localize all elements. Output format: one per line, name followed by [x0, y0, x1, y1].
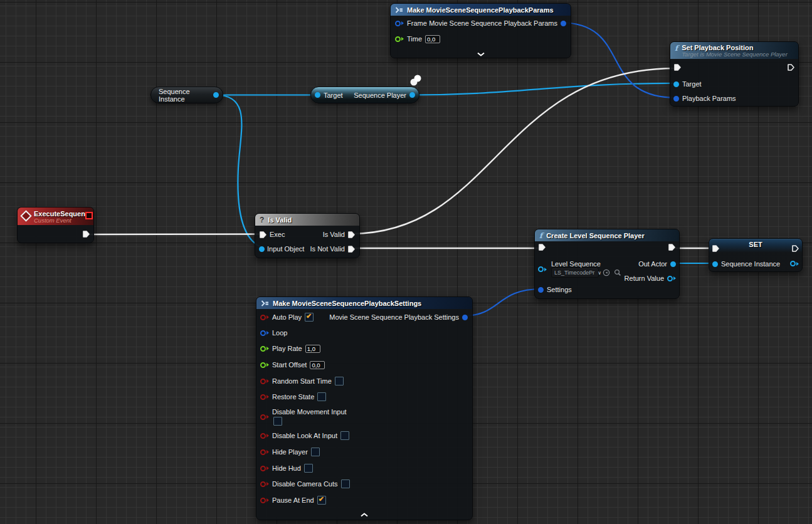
- variable-label: Sequence Instance: [159, 88, 213, 103]
- hide-player-checkbox[interactable]: [311, 448, 320, 456]
- settings-output-pin[interactable]: [462, 315, 468, 320]
- play-rate-input[interactable]: [305, 345, 320, 353]
- disable-movement-input-pin[interactable]: [260, 414, 269, 420]
- exec-in-pin[interactable]: [259, 231, 267, 239]
- pin-row-pause-at-end: Pause At End: [260, 495, 326, 506]
- node-is-valid[interactable]: ? Is Valid Exec Is Valid Input Object Is…: [255, 213, 360, 258]
- exec-in-pin[interactable]: [538, 243, 546, 251]
- out-actor-pin[interactable]: [670, 261, 676, 267]
- node-sequence-instance-get[interactable]: Sequence Instance: [150, 86, 223, 103]
- blueprint-canvas[interactable]: Make MovieSceneSequencePlaybackParams Fr…: [0, 0, 812, 524]
- pin-row-return-value: Return Value: [625, 273, 676, 284]
- disable-look-at-input-pin[interactable]: [260, 433, 269, 439]
- node-subtitle: Target is Movie Scene Sequence Player: [682, 51, 788, 58]
- disable-camera-cuts-checkbox[interactable]: [341, 479, 350, 488]
- input-object-pin[interactable]: [259, 246, 265, 252]
- chevron-down-icon: ∨: [598, 270, 601, 276]
- sequence-instance-in-pin[interactable]: [712, 261, 718, 267]
- disable-camera-cuts-pin[interactable]: [260, 481, 269, 487]
- hide-hud-pin[interactable]: [260, 466, 269, 471]
- pin-row-start-offset: Start Offset: [260, 359, 325, 370]
- is-not-valid-exec-pin[interactable]: [347, 245, 356, 253]
- use-selected-icon[interactable]: [603, 269, 610, 276]
- pin-label: Loop: [272, 329, 287, 337]
- node-make-playback-params[interactable]: Make MovieSceneSequencePlaybackParams Fr…: [390, 3, 571, 58]
- node-header[interactable]: ExecuteSequence Custom Event: [18, 207, 93, 225]
- auto-play-pin[interactable]: [260, 315, 269, 320]
- frame-pin[interactable]: [395, 21, 404, 26]
- playback-params-pin[interactable]: [673, 96, 679, 102]
- start-offset-pin[interactable]: [260, 362, 269, 368]
- node-make-playback-settings[interactable]: Make MovieSceneSequencePlaybackSettings …: [256, 296, 473, 520]
- sequence-instance-out-pin[interactable]: [213, 92, 219, 98]
- node-header[interactable]: Make MovieSceneSequencePlaybackSettings: [256, 297, 472, 309]
- pin-row-settings: Settings: [538, 284, 572, 295]
- pin-row-restore-state: Restore State: [260, 391, 326, 402]
- node-set-playback-position[interactable]: f Set Playback Position Target is Movie …: [670, 41, 799, 107]
- start-offset-input[interactable]: [310, 361, 325, 369]
- exec-out-pin[interactable]: [791, 244, 799, 253]
- node-execute-sequence[interactable]: ExecuteSequence Custom Event: [17, 207, 94, 243]
- delegate-pin[interactable]: [85, 212, 93, 219]
- exec-out-pin[interactable]: [82, 230, 90, 238]
- pin-label: Hide Player: [272, 448, 308, 456]
- pin-row-sequence-instance: Sequence Instance: [712, 258, 780, 270]
- restore-state-checkbox[interactable]: [317, 392, 326, 401]
- random-start-time-checkbox[interactable]: [335, 377, 344, 385]
- node-get-sequence-player[interactable]: Target Sequence Player: [310, 86, 419, 103]
- return-value-pin[interactable]: [667, 276, 676, 281]
- function-icon: f: [539, 233, 542, 239]
- node-header[interactable]: f Set Playback Position Target is Movie …: [670, 42, 798, 59]
- exec-out-pin[interactable]: [787, 63, 795, 71]
- wire-settings-to-create[interactable]: [463, 289, 542, 316]
- params-output-pin[interactable]: [561, 21, 566, 26]
- time-value-input[interactable]: [425, 35, 440, 43]
- restore-state-pin[interactable]: [260, 394, 269, 400]
- variable-out-pin[interactable]: [790, 261, 799, 266]
- sequence-player-out-pin[interactable]: [409, 92, 415, 98]
- node-header[interactable]: Make MovieSceneSequencePlaybackParams: [391, 4, 571, 16]
- pin-label: Play Rate: [272, 345, 302, 352]
- node-create-level-sequence-player[interactable]: f Create Level Sequence Player Level Seq…: [534, 229, 680, 299]
- play-rate-pin[interactable]: [260, 346, 269, 352]
- pin-label: Time: [407, 35, 422, 43]
- chevron-down-icon[interactable]: [477, 52, 485, 56]
- pin-label: Return Value: [625, 275, 664, 282]
- time-pin[interactable]: [395, 36, 404, 42]
- exec-out-pin[interactable]: [668, 243, 676, 251]
- node-set-sequence-instance[interactable]: SET Sequence Instance: [709, 238, 803, 272]
- node-header[interactable]: f Create Level Sequence Player: [535, 229, 679, 241]
- node-header[interactable]: ? Is Valid: [255, 214, 359, 226]
- settings-pin[interactable]: [538, 287, 544, 293]
- exec-in-pin[interactable]: [712, 244, 720, 253]
- chevron-up-icon[interactable]: [361, 513, 368, 517]
- loop-pin[interactable]: [260, 330, 269, 336]
- wire-event-to-isvalid[interactable]: [86, 234, 263, 235]
- pin-row-disable-camera-cuts: Disable Camera Cuts: [260, 478, 350, 490]
- hide-hud-checkbox[interactable]: [304, 464, 313, 473]
- pause-at-end-pin[interactable]: [260, 498, 269, 503]
- wire-sequence-player-to-target[interactable]: [407, 83, 677, 95]
- auto-play-checkbox[interactable]: [305, 313, 314, 322]
- node-title: Create Level Sequence Player: [546, 232, 645, 239]
- exec-in-pin[interactable]: [673, 63, 682, 71]
- is-valid-exec-pin[interactable]: [347, 231, 356, 239]
- pin-row-random-start-time: Random Start Time: [260, 375, 344, 387]
- disable-look-at-input-checkbox[interactable]: [340, 431, 349, 440]
- level-sequence-pin[interactable]: [538, 266, 547, 272]
- pin-label: Disable Movement Input: [272, 408, 347, 416]
- level-sequence-dropdown[interactable]: LS_TimecodePr ∨: [551, 268, 599, 278]
- pin-row-is-valid: Is Valid: [323, 229, 356, 240]
- question-icon: ?: [260, 216, 264, 224]
- browse-asset-icon[interactable]: [614, 269, 621, 276]
- node-subtitle: Custom Event: [34, 217, 82, 224]
- pause-at-end-checkbox[interactable]: [317, 496, 326, 505]
- disable-movement-input-checkbox[interactable]: [273, 417, 282, 426]
- pin-label: Sequence Player: [354, 92, 406, 99]
- target-pin[interactable]: [673, 81, 679, 87]
- random-start-time-pin[interactable]: [260, 379, 269, 384]
- target-pin[interactable]: [315, 92, 320, 98]
- pin-row-params-output: Movie Scene Sequence Playback Params: [429, 18, 566, 29]
- pin-row-time: Time: [395, 33, 440, 45]
- hide-player-pin[interactable]: [260, 449, 269, 455]
